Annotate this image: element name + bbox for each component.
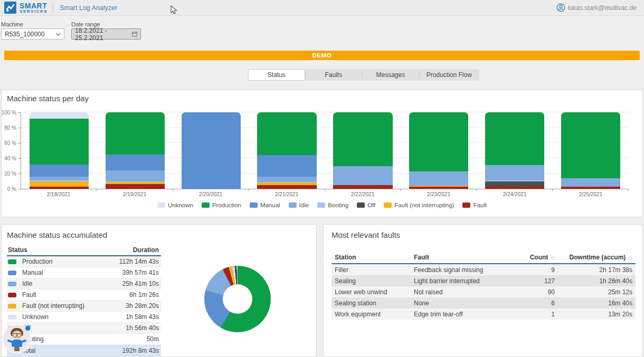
faults-title: Most relevant faults: [332, 230, 400, 239]
station-cell: Lower web unwind: [335, 288, 414, 296]
machine-select[interactable]: R535_100000: [1, 28, 64, 40]
faults-table-header: StationFaultCount◇Downtime (accum)◇: [332, 251, 636, 264]
status-row-fault-not-interrupting-: Fault (not interrupting)3h 28m 20s: [7, 301, 161, 312]
legend-swatch: [157, 202, 165, 208]
bar-segment-idle: [333, 166, 392, 185]
legend-swatch: [250, 202, 258, 208]
bar-segment-idle: [561, 178, 620, 187]
chart-legend: UnknownProductionManualIdleBootingOffFau…: [2, 202, 642, 208]
notification-dot: [25, 326, 30, 331]
smart-services-logo[interactable]: SMART SERVICES: [0, 2, 48, 14]
bar-segment-fault: [561, 187, 620, 189]
x-tick-label: 2/19/2021: [97, 191, 173, 197]
assistant-avatar-widget[interactable]: [3, 325, 31, 352]
fault-row-work-equipment: Work equipmentEdge trim tear-off113m 20s: [332, 308, 636, 320]
status-donut-chart: [204, 266, 271, 332]
bar-segment-fault-not-interrupting-: [257, 182, 316, 185]
y-tick-label: 40 %: [4, 156, 16, 161]
bar-segment-idle: [485, 165, 544, 180]
fault-cell: Edge trim tear-off: [414, 311, 527, 318]
bar-segment-fault: [30, 187, 89, 189]
calendar-icon: [132, 31, 137, 37]
bar-segment-production: [485, 112, 544, 165]
filter-bar: Machine R535_100000 Date range 18.2.2021…: [1, 21, 141, 40]
fault-cell: Light barrier interrupted: [414, 277, 527, 285]
faults-header-count[interactable]: Count◇: [527, 254, 555, 261]
date-range-input[interactable]: 18.2.2021 - 25.2.2021: [71, 28, 141, 40]
downtime-cell: 16m 40s: [555, 300, 632, 307]
legend-item-idle[interactable]: Idle: [289, 202, 309, 208]
bar-slot-2/25/2021: [553, 112, 629, 189]
status-row-idle: Idle25h 41m 10s: [7, 278, 161, 290]
bar-segment-manual: [30, 165, 89, 177]
faults-table-body: FillerFeedback signal missing92h 17m 38s…: [332, 264, 636, 320]
y-tick-label: 100 %: [2, 110, 16, 115]
count-cell: 127: [527, 277, 555, 285]
stacked-bar: [257, 112, 316, 189]
status-swatch: [8, 293, 16, 297]
bar-segment-idle: [30, 177, 89, 180]
legend-item-fault-not-interrupting-[interactable]: Fault (not interrupting): [384, 202, 454, 208]
fault-cell: Not raised: [414, 288, 527, 296]
station-cell: Sealing: [335, 277, 414, 285]
legend-item-production[interactable]: Production: [202, 202, 241, 208]
legend-item-off[interactable]: Off: [357, 202, 375, 208]
x-tick-label: 2/22/2021: [325, 191, 401, 197]
divider: [53, 3, 53, 13]
bar-slot-2/19/2021: [97, 112, 173, 189]
bar-segment-production: [409, 112, 468, 171]
bar-segment-production: [106, 112, 165, 155]
status-row-total: Total192h 8m 43s: [7, 345, 161, 356]
bar-segment-fault: [333, 185, 392, 189]
stacked-bar: [561, 112, 620, 189]
legend-item-booting[interactable]: Booting: [317, 202, 348, 208]
downtime-cell: 2h 17m 38s: [555, 266, 632, 274]
y-tick-label: 60 %: [4, 140, 16, 146]
legend-item-fault[interactable]: Fault: [462, 202, 487, 208]
bar-segment-fault: [409, 187, 468, 189]
sort-icon: ◇: [628, 255, 632, 260]
bar-segment-booting: [106, 181, 165, 182]
bar-segment-fault-not-interrupting-: [106, 182, 165, 184]
bar-segment-production: [30, 119, 89, 165]
bar-segment-fault: [485, 187, 544, 189]
downtime-cell: 1h 26m 40s: [555, 277, 632, 285]
tab-messages[interactable]: Messages: [362, 69, 419, 81]
bar-slot-2/22/2021: [325, 112, 401, 189]
status-bar-plot: [21, 112, 629, 189]
bar-segment-production: [561, 112, 620, 178]
status-swatch: [8, 315, 16, 320]
x-tick-label: 2/24/2021: [477, 191, 553, 197]
machine-filter: Machine R535_100000: [1, 21, 64, 40]
status-swatch: [8, 271, 16, 275]
tab-faults[interactable]: Faults: [305, 69, 362, 81]
tab-production-flow[interactable]: Production Flow: [419, 69, 479, 81]
station-cell: Work equipment: [335, 311, 414, 318]
bar-slot-2/20/2021: [173, 112, 249, 189]
x-tick-label: 2/20/2021: [173, 191, 249, 197]
fault-cell: Feedback signal missing: [414, 266, 527, 274]
date-range-value: 18.2.2021 - 25.2.2021: [75, 27, 132, 42]
faults-header-downtime-accum-[interactable]: Downtime (accum)◇: [555, 254, 632, 261]
tab-status[interactable]: Status: [248, 69, 305, 81]
stacked-bar: [106, 112, 165, 189]
count-cell: 6: [527, 300, 555, 307]
bar-segment-booting: [30, 180, 89, 181]
bar-segment-fault-not-interrupting-: [409, 186, 468, 186]
y-tick-label: 20 %: [4, 171, 16, 177]
user-account[interactable]: lukas.stark@multivac.de: [556, 3, 644, 12]
count-cell: 90: [527, 288, 555, 296]
user-email: lukas.stark@multivac.de: [568, 4, 637, 12]
bar-segment-production: [257, 112, 316, 155]
bar-segment-manual: [182, 112, 241, 189]
faults-table: StationFaultCount◇Downtime (accum)◇ Fill…: [332, 251, 636, 320]
legend-item-unknown[interactable]: Unknown: [157, 202, 193, 208]
x-tick-label: 2/23/2021: [401, 191, 477, 197]
legend-item-manual[interactable]: Manual: [250, 202, 280, 208]
fault-row-lower-web-unwind: Lower web unwindNot raised9025m 12s: [332, 286, 636, 297]
legend-swatch: [202, 202, 210, 208]
donut-hole: [223, 284, 252, 314]
bar-segment-fault: [257, 185, 316, 189]
x-tick-label: 2/25/2021: [553, 191, 629, 197]
status-row-fault: Fault6h 1m 26s: [7, 290, 161, 301]
